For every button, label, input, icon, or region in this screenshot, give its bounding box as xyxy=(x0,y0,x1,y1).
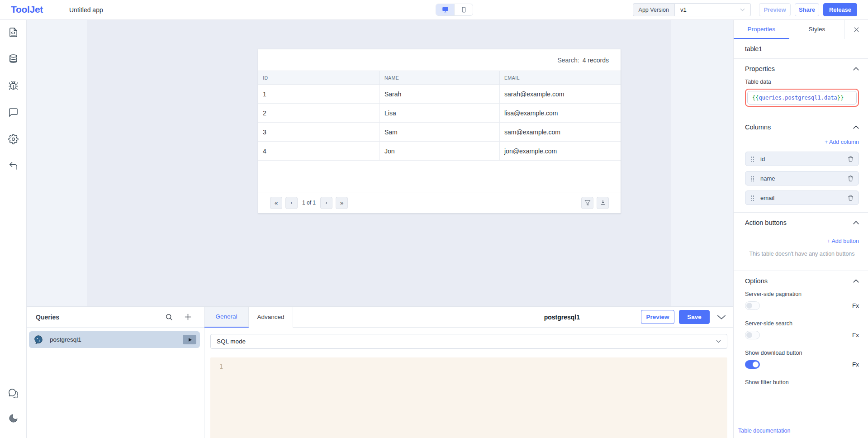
app-canvas[interactable]: Search: 4 records ID NAME EMAIL 1 Sarah … xyxy=(87,20,671,306)
drag-handle-icon[interactable] xyxy=(751,195,754,201)
play-icon xyxy=(189,338,192,342)
close-inspector-button[interactable] xyxy=(844,20,868,39)
query-list-item-postgresql1[interactable]: postgresql1 xyxy=(29,331,200,348)
options-section-header[interactable]: Options xyxy=(745,271,859,291)
dark-mode-moon-icon[interactable] xyxy=(8,413,19,424)
show-download-button-toggle[interactable] xyxy=(745,360,760,369)
option-show-filter-button: Show filter button xyxy=(745,379,859,386)
columns-section-header[interactable]: Columns xyxy=(745,117,859,137)
action-buttons-section-title: Action buttons xyxy=(745,219,787,226)
table-widget-footer: « ‹ 1 of 1 › » xyxy=(258,192,621,213)
query-panel: Queries postgresql1 General Advanced p xyxy=(27,306,733,438)
pagination-prev-button[interactable]: ‹ xyxy=(285,197,298,209)
add-button-link[interactable]: + Add button xyxy=(745,238,859,244)
column-item-name[interactable]: name xyxy=(745,171,859,186)
chevron-up-icon xyxy=(853,279,859,283)
run-query-button[interactable] xyxy=(183,335,196,344)
widget-inspector-panel: Properties Styles table1 Properties Tabl… xyxy=(733,20,868,438)
column-item-id[interactable]: id xyxy=(745,152,859,166)
option-server-side-pagination: Server-side pagination Fx xyxy=(745,291,859,310)
action-buttons-section-header[interactable]: Action buttons xyxy=(745,213,859,233)
code-token: }} xyxy=(837,95,844,101)
fx-button[interactable]: Fx xyxy=(852,302,859,309)
download-icon[interactable] xyxy=(597,197,609,209)
add-query-plus-icon[interactable] xyxy=(184,313,192,321)
pagination-next-button[interactable]: › xyxy=(320,197,332,209)
chevron-up-icon xyxy=(853,67,859,71)
share-button[interactable]: Share xyxy=(795,3,819,16)
table-row[interactable]: 1 Sarah sarah@example.com xyxy=(258,85,621,104)
tab-advanced[interactable]: Advanced xyxy=(249,307,293,328)
server-side-pagination-toggle[interactable] xyxy=(745,301,760,310)
filter-funnel-icon[interactable] xyxy=(581,197,593,209)
support-chat-icon[interactable] xyxy=(8,388,19,399)
table-column-header-email[interactable]: EMAIL xyxy=(500,71,621,84)
tab-general[interactable]: General xyxy=(204,307,249,328)
add-column-link[interactable]: + Add column xyxy=(745,139,859,145)
tab-styles[interactable]: Styles xyxy=(789,20,845,39)
queries-list-pane: Queries postgresql1 xyxy=(27,307,204,438)
table-cell: Jon xyxy=(380,142,500,160)
server-side-search-toggle[interactable] xyxy=(745,331,760,339)
tooljet-logo: ToolJet xyxy=(11,4,43,15)
search-icon[interactable] xyxy=(165,313,173,321)
queries-title: Queries xyxy=(36,314,59,321)
table-data-input[interactable]: {{queries.postgresql1.data}} xyxy=(747,91,857,105)
app-preview-button[interactable]: Preview xyxy=(759,3,791,16)
query-name-label: postgresql1 xyxy=(544,314,580,321)
fx-button[interactable]: Fx xyxy=(852,361,859,368)
table-cell: 1 xyxy=(258,85,380,103)
app-title[interactable]: Untitled app xyxy=(69,6,103,14)
fx-button[interactable]: Fx xyxy=(852,332,859,338)
table-widget[interactable]: Search: 4 records ID NAME EMAIL 1 Sarah … xyxy=(258,49,621,214)
table-row[interactable]: 2 Lisa lisa@example.com xyxy=(258,104,621,123)
query-preview-button[interactable]: Preview xyxy=(641,310,674,324)
drag-handle-icon[interactable] xyxy=(751,156,754,162)
code-line-number: 1 xyxy=(210,357,727,370)
table-row[interactable]: 4 Jon jon@example.com xyxy=(258,142,621,161)
action-buttons-section: Action buttons + Add button This table d… xyxy=(734,213,868,271)
selected-widget-name[interactable]: table1 xyxy=(734,39,868,59)
column-item-email[interactable]: email xyxy=(745,190,859,205)
mobile-icon xyxy=(461,6,467,13)
table-row[interactable]: 3 Sam sam@example.com xyxy=(258,123,621,142)
undo-arrow-icon[interactable] xyxy=(8,161,19,171)
debugger-bug-icon[interactable] xyxy=(8,81,19,91)
close-icon xyxy=(853,26,860,33)
delete-column-trash-icon[interactable] xyxy=(847,175,854,182)
tab-properties[interactable]: Properties xyxy=(734,20,789,39)
sql-code-editor[interactable]: 1 xyxy=(210,357,727,438)
postgresql-icon xyxy=(33,335,43,345)
column-item-label: email xyxy=(760,195,774,201)
delete-column-trash-icon[interactable] xyxy=(847,155,854,162)
properties-section-header[interactable]: Properties xyxy=(745,59,859,79)
pages-file-code-icon[interactable] xyxy=(8,27,19,38)
pagination-first-button[interactable]: « xyxy=(270,197,282,209)
table-column-header-name[interactable]: NAME xyxy=(380,71,500,84)
code-token: {{ xyxy=(752,95,759,101)
table-cell: 2 xyxy=(258,104,380,122)
query-save-button[interactable]: Save xyxy=(679,310,710,324)
app-version-select[interactable]: v1 xyxy=(675,3,751,16)
mobile-mode-button[interactable] xyxy=(455,4,473,15)
pagination-last-button[interactable]: » xyxy=(336,197,348,209)
sql-mode-select[interactable]: SQL mode xyxy=(210,334,727,349)
option-label: Show download button xyxy=(745,350,859,356)
table-documentation-link[interactable]: Table documentation xyxy=(738,428,790,434)
comments-icon[interactable] xyxy=(8,107,19,118)
desktop-mode-button[interactable] xyxy=(436,4,455,15)
delete-column-trash-icon[interactable] xyxy=(847,194,854,201)
table-search-label[interactable]: Search: xyxy=(557,57,579,64)
drag-handle-icon[interactable] xyxy=(751,176,754,181)
chevron-down-icon xyxy=(716,340,721,343)
settings-gear-icon[interactable] xyxy=(8,134,19,144)
table-data-highlight-box: {{queries.postgresql1.data}} xyxy=(745,89,859,107)
table-cell: Sarah xyxy=(380,85,500,103)
collapse-panel-chevron-down-icon[interactable] xyxy=(717,314,726,320)
query-item-name: postgresql1 xyxy=(50,336,81,343)
table-cell: Lisa xyxy=(380,104,500,122)
query-editor-pane: General Advanced postgresql1 Preview Sav… xyxy=(204,307,733,438)
release-button[interactable]: Release xyxy=(823,3,857,16)
datasources-database-icon[interactable] xyxy=(8,54,19,64)
table-column-header-id[interactable]: ID xyxy=(258,71,380,84)
